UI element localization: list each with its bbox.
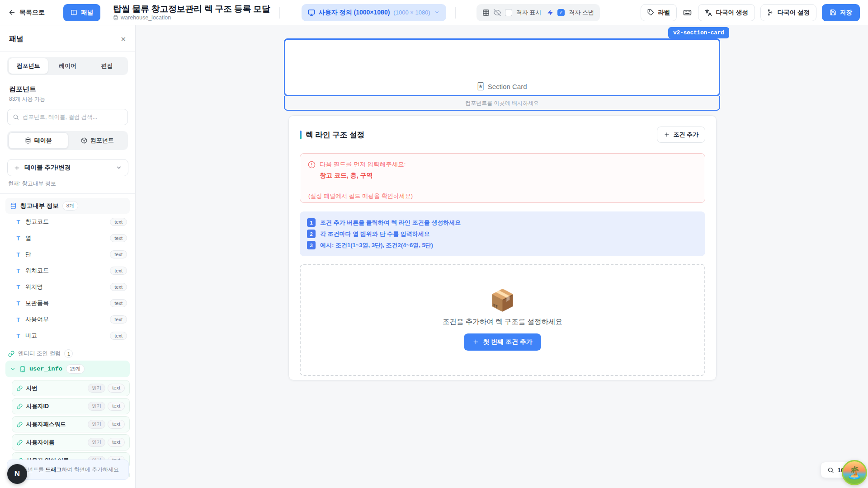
add-table-button[interactable]: 테이블 추가/변경	[7, 159, 128, 176]
package-emoji-icon: 📦	[490, 290, 515, 310]
required-fields-warning: 다음 필드를 먼저 입력해주세요: 창고 코드, 층, 구역 (설정 패널에서 …	[300, 153, 705, 203]
component-dropzone[interactable]: 컴포넌트를 이곳에 배치하세요	[284, 96, 720, 111]
field-name: 창고코드	[25, 218, 49, 226]
tab-tables[interactable]: 테이블	[9, 132, 68, 149]
tab-layers[interactable]: 레이어	[48, 58, 87, 74]
label-button[interactable]: 라벨	[641, 4, 677, 21]
step-item: 3 예시: 조건1(1~3열, 3단), 조건2(4~6열, 5단)	[307, 241, 698, 249]
add-condition-button[interactable]: 조건 추가	[657, 127, 705, 143]
search-icon	[13, 114, 19, 120]
close-icon[interactable]: ✕	[120, 35, 126, 43]
field-row[interactable]: T단text	[0, 246, 135, 263]
link-icon	[17, 385, 23, 391]
arrow-left-icon	[8, 9, 16, 16]
save-button[interactable]: 저장	[822, 4, 860, 21]
field-type-badge: text	[110, 332, 127, 340]
label-button-text: 라벨	[658, 9, 670, 17]
tab-components[interactable]: 컴포넌트	[9, 58, 48, 74]
tab-edit[interactable]: 편집	[87, 58, 127, 74]
step-text: 조건 추가 버튼을 클릭하여 렉 라인 조건을 생성하세요	[320, 219, 461, 227]
field-count-badge: 8개	[62, 201, 78, 211]
text-type-icon: T	[15, 251, 21, 258]
field-type-badge: text	[110, 218, 127, 226]
field-row[interactable]: T위치명text	[0, 279, 135, 295]
sidebar-title: 패널	[9, 34, 24, 44]
current-table-label: 현재: 창고내부 정보	[8, 180, 127, 188]
search-input[interactable]	[23, 114, 123, 120]
text-type-icon: T	[15, 284, 21, 291]
field-type-badge: text	[108, 420, 125, 429]
divider	[279, 7, 280, 19]
step-number-badge: 2	[307, 230, 316, 238]
database-icon	[10, 202, 17, 209]
field-row[interactable]: T창고코드text	[0, 214, 135, 230]
chevron-down-icon	[434, 9, 440, 15]
field-name: 열	[25, 234, 31, 242]
field-name: 보관품목	[25, 299, 49, 307]
database-icon	[25, 137, 31, 144]
join-table-header[interactable]: user_info 29개	[5, 361, 130, 377]
back-to-list-button[interactable]: 목록으로	[8, 9, 45, 17]
components-count: 83개 사용 가능	[9, 95, 126, 103]
drag-hint-bold: 드래그	[45, 466, 61, 473]
panel-icon	[71, 9, 77, 16]
readonly-badge: 읽기	[88, 402, 105, 411]
save-icon	[830, 9, 836, 16]
rack-card-title: 렉 라인 구조 설정	[306, 130, 364, 140]
table-group-header[interactable]: 창고내부 정보 8개	[5, 198, 130, 214]
panel-toggle-button[interactable]: 패널	[63, 4, 100, 21]
i18n-settings-button[interactable]: 다국어 설정	[760, 4, 816, 21]
section-card-component[interactable]: 🃏 Section Card	[284, 38, 720, 96]
step-item: 1 조건 추가 버튼을 클릭하여 렉 라인 조건을 생성하세요	[307, 218, 698, 227]
join-field-row[interactable]: 사용자패스워드 읽기text	[12, 416, 130, 432]
grid-show-label: 격자 표시	[516, 9, 542, 17]
alert-circle-icon	[308, 161, 316, 169]
join-field-row[interactable]: 사용자이름 읽기text	[12, 434, 130, 450]
first-condition-label: 첫 번째 조건 추가	[483, 338, 533, 346]
viewport-dimensions: (1000 × 1080)	[393, 9, 430, 16]
field-list: T창고코드text T열text T단text T위치코드text T위치명te…	[0, 214, 135, 344]
chevron-down-icon[interactable]	[10, 366, 16, 372]
field-row[interactable]: T위치코드text	[0, 263, 135, 279]
join-count-badge: 1	[64, 349, 73, 358]
field-row[interactable]: T비고text	[0, 328, 135, 344]
join-field-row[interactable]: 사번 읽기text	[12, 380, 130, 396]
field-row[interactable]: T사용여부text	[0, 311, 135, 328]
join-field-name: 사용자ID	[26, 403, 49, 410]
field-row[interactable]: T열text	[0, 230, 135, 246]
viewport-size-selector[interactable]: 사용자 정의 (1000×1080) (1000 × 1080)	[302, 4, 446, 21]
panel-button-label: 패널	[81, 9, 93, 17]
i18n-settings-label: 다국어 설정	[778, 9, 810, 17]
island-widget-icon[interactable]: 🏝️	[842, 460, 867, 485]
plus-icon	[664, 131, 670, 138]
field-name: 사용여부	[25, 315, 49, 324]
step-number-badge: 1	[307, 218, 316, 227]
eye-off-icon[interactable]	[494, 9, 501, 16]
i18n-generate-button[interactable]: 다국어 생성	[698, 4, 755, 21]
section-card-label: Section Card	[488, 83, 527, 90]
first-condition-button[interactable]: 첫 번째 조건 추가	[464, 333, 541, 351]
step-item: 2 각 조건마다 열 범위와 단 수를 입력하세요	[307, 230, 698, 238]
design-canvas[interactable]: v2-section-card 🃏 Section Card 컴포넌트를 이곳에…	[136, 25, 868, 488]
keyboard-shortcuts-button[interactable]	[682, 4, 693, 21]
link-icon	[17, 440, 23, 446]
readonly-badge: 읽기	[88, 384, 105, 393]
link-icon	[8, 351, 14, 357]
field-name: 위치코드	[25, 267, 49, 275]
link-icon	[17, 404, 23, 409]
grid-snap-checkbox[interactable]: ✓	[557, 9, 565, 16]
grid-controls: 격자 표시 ✓ 격자 스냅	[476, 4, 600, 21]
dropzone-hint: 컴포넌트를 이곳에 배치하세요	[465, 99, 539, 107]
brand-logo-badge[interactable]: N	[7, 464, 27, 484]
readonly-badge: 읽기	[88, 420, 105, 429]
join-field-row[interactable]: 사용자ID 읽기text	[12, 398, 130, 414]
tab-components-source[interactable]: 컴포넌트	[68, 132, 127, 149]
grid-show-checkbox[interactable]	[505, 9, 512, 16]
tab-components-source-label: 컴포넌트	[90, 136, 114, 145]
field-name: 단	[25, 250, 31, 258]
field-row[interactable]: T보관품목text	[0, 295, 135, 311]
join-field-name: 사용자패스워드	[26, 421, 66, 428]
grid-snap-label: 격자 스냅	[569, 9, 594, 17]
chevron-down-icon	[116, 164, 122, 171]
tab-tables-label: 테이블	[34, 136, 52, 145]
